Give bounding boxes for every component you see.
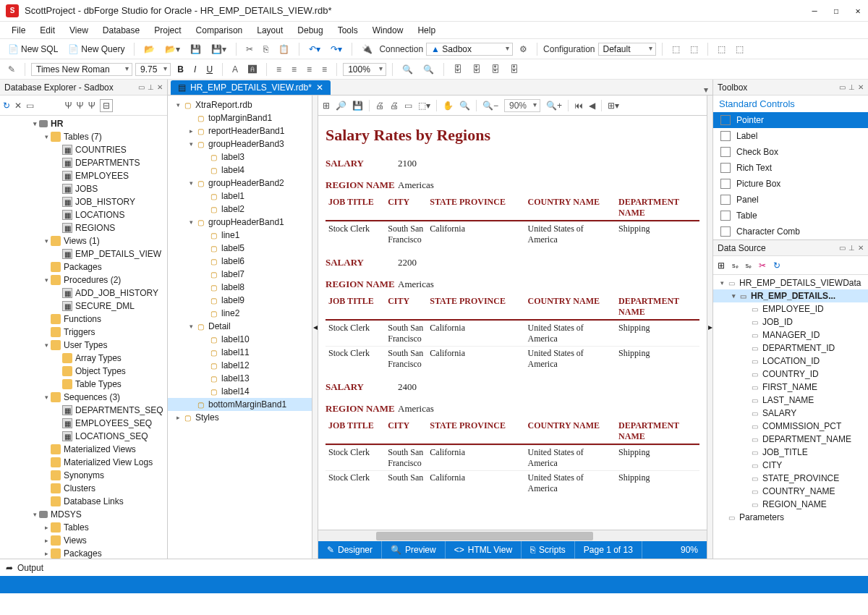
tool-icon-1[interactable]: ⬚: [668, 42, 684, 56]
datasource-tree-item[interactable]: ▭Parameters: [713, 511, 868, 524]
report-preview-area[interactable]: Salary Rates by RegionsSALARY2100REGION …: [318, 116, 707, 530]
output-bar[interactable]: ➦ Output: [0, 559, 868, 576]
collapse-handle-right[interactable]: ▸: [707, 96, 712, 559]
toolbox-item-picture-box[interactable]: Picture Box: [713, 176, 868, 192]
zoom-in-preview-icon[interactable]: 🔍+: [546, 101, 562, 111]
datasource-tree-item[interactable]: ▾▭HR_EMP_DETAILS...: [713, 289, 868, 302]
tree-item[interactable]: ▾Procedures (2): [0, 273, 167, 287]
scale-icon[interactable]: ⬚▾: [418, 101, 430, 111]
tree-item[interactable]: ▸Views: [0, 534, 167, 547]
tree-item[interactable]: Array Types: [0, 352, 167, 365]
font-combo[interactable]: Times New Roman: [31, 63, 132, 76]
align-center-button[interactable]: ≡: [288, 62, 300, 77]
print-icon[interactable]: 🖨: [375, 101, 384, 111]
db-icon-1[interactable]: 🗄: [450, 62, 466, 77]
tree-item[interactable]: Materialized Views: [0, 443, 167, 456]
datasource-tree-item[interactable]: ▭REGION_NAME: [713, 498, 868, 511]
float-icon[interactable]: ▭: [839, 244, 846, 252]
datasource-tree-item[interactable]: ▭COUNTRY_ID: [713, 368, 868, 381]
tree-item[interactable]: ▦EMP_DETAILS_VIEW: [0, 247, 167, 260]
tab-designer[interactable]: ✎ Designer: [318, 541, 382, 559]
tree-item[interactable]: ▦EMPLOYEES: [0, 169, 167, 182]
redo-button[interactable]: ↷▾: [327, 42, 346, 56]
document-tab-active[interactable]: ▤ HR_EMP_DETAILS_VIEW.rdb* ✕: [171, 80, 331, 95]
hand-tool-icon[interactable]: ✋: [443, 101, 454, 111]
tree-item[interactable]: ▦DEPARTMENTS_SEQ: [0, 404, 167, 417]
tree-item[interactable]: ▸Tables: [0, 521, 167, 534]
menu-comparison[interactable]: Comparison: [190, 24, 249, 37]
open-dropdown[interactable]: 📂▾: [161, 42, 184, 56]
report-designer-tree[interactable]: ▾▢XtraReport.rdb▢topMarginBand1▸▢reportH…: [168, 96, 312, 559]
sql-icon-2[interactable]: sᵩ: [746, 262, 752, 269]
italic-button[interactable]: I: [190, 62, 200, 77]
tree-item[interactable]: Object Types: [0, 365, 167, 378]
save-button[interactable]: 💾: [187, 42, 205, 56]
designer-tree-item[interactable]: ▢label5: [168, 242, 312, 255]
close-panel-icon[interactable]: ✕: [858, 83, 864, 91]
backcolor-button[interactable]: 🅰: [244, 62, 260, 77]
tool-icon-4[interactable]: ⬚: [732, 42, 747, 56]
minimize-button[interactable]: —: [810, 6, 819, 16]
tree-item[interactable]: ▾MDSYS: [0, 508, 167, 521]
save-preview-icon[interactable]: 💾: [352, 101, 363, 111]
float-icon[interactable]: ▭: [138, 83, 145, 91]
toolbox-item-rich-text[interactable]: Rich Text: [713, 160, 868, 176]
tree-item[interactable]: Functions: [0, 313, 167, 326]
close-panel-icon[interactable]: ✕: [858, 244, 864, 252]
tree-item[interactable]: ▦DEPARTMENTS: [0, 156, 167, 169]
datasource-tree-item[interactable]: ▭EMPLOYEE_ID: [713, 302, 868, 315]
db-icon-4[interactable]: 🗄: [506, 62, 522, 77]
tree-item[interactable]: ▦SECURE_DML: [0, 300, 167, 313]
copy-button[interactable]: ⎘: [260, 42, 272, 56]
designer-tree-item[interactable]: ▢label3: [168, 150, 312, 164]
multipage-icon[interactable]: ⊞▾: [608, 101, 619, 111]
new-query-button[interactable]: 📄 New Query: [64, 42, 128, 56]
designer-tree-item[interactable]: ▾▢groupHeaderBand3: [168, 137, 312, 150]
toolbox-item-character-comb[interactable]: Character Comb: [713, 224, 868, 239]
tab-close-icon[interactable]: ✕: [316, 82, 323, 93]
tree-item[interactable]: Table Types: [0, 378, 167, 391]
menu-project[interactable]: Project: [148, 24, 187, 37]
tree-item[interactable]: Database Links: [0, 495, 167, 508]
designer-tree-item[interactable]: ▢label2: [168, 203, 312, 216]
float-icon[interactable]: ▭: [839, 83, 846, 91]
designer-tree-item[interactable]: ▢label8: [168, 281, 312, 294]
menu-window[interactable]: Window: [367, 24, 409, 37]
toolbox-item-panel[interactable]: Panel: [713, 192, 868, 208]
pin-icon[interactable]: ⊥: [848, 83, 855, 91]
tree-item[interactable]: Clusters: [0, 482, 167, 495]
close-button[interactable]: ✕: [854, 6, 862, 16]
designer-tree-item[interactable]: ▢label9: [168, 294, 312, 307]
pin-icon[interactable]: ⊥: [848, 244, 855, 252]
connection-combo[interactable]: ▲ Sadbox: [426, 43, 513, 56]
tree-item[interactable]: ▦EMPLOYEES_SEQ: [0, 417, 167, 430]
zoom-in-icon[interactable]: 🔍: [399, 62, 417, 77]
designer-tree-item[interactable]: ▢label7: [168, 268, 312, 281]
datasource-tree-item[interactable]: ▭MANAGER_ID: [713, 328, 868, 342]
tree-item[interactable]: ▾Tables (7): [0, 130, 167, 143]
designer-tree-item[interactable]: ▸▢Styles: [168, 411, 312, 424]
designer-tree-item[interactable]: ▾▢groupHeaderBand1: [168, 216, 312, 229]
quick-print-icon[interactable]: 🖨: [390, 101, 399, 111]
designer-tree-item[interactable]: ▸▢reportHeaderBand1: [168, 124, 312, 137]
fontsize-combo[interactable]: 9.75: [135, 63, 171, 76]
maximize-button[interactable]: ☐: [832, 6, 841, 16]
toolbox-item-table[interactable]: Table: [713, 208, 868, 224]
menu-view[interactable]: View: [64, 24, 94, 37]
first-page-icon[interactable]: ⏮: [574, 101, 583, 111]
datasource-tree-item[interactable]: ▭JOB_ID: [713, 315, 868, 328]
zoom-out-preview-icon[interactable]: 🔍−: [482, 101, 498, 111]
designer-tree-item[interactable]: ▢label4: [168, 164, 312, 177]
menu-database[interactable]: Database: [97, 24, 145, 37]
configuration-combo[interactable]: Default: [598, 43, 656, 56]
filter-icon-1[interactable]: Ψ: [65, 101, 72, 111]
undo-button[interactable]: ↶▾: [305, 42, 324, 56]
tree-item[interactable]: ▦JOB_HISTORY: [0, 195, 167, 208]
collapse-handle-left[interactable]: ◂: [312, 96, 318, 559]
refresh-ds-icon[interactable]: ↻: [773, 260, 780, 271]
designer-tree-item[interactable]: ▢label14: [168, 385, 312, 398]
tree-item[interactable]: ▾User Types: [0, 339, 167, 352]
doc-dropdown-icon[interactable]: ▾: [699, 85, 712, 95]
tree-item[interactable]: ▦LOCATIONS: [0, 208, 167, 221]
tree-item[interactable]: Synonyms: [0, 469, 167, 482]
